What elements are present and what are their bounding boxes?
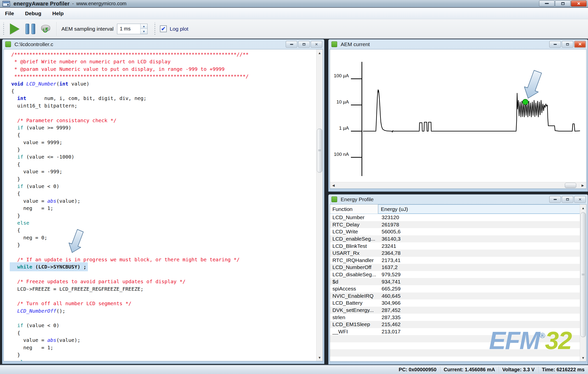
table-row[interactable]: strlen287,335 xyxy=(330,314,580,321)
table-row[interactable]: RTC_IRQHandler2173,41 xyxy=(330,257,580,264)
code-line[interactable] xyxy=(11,249,249,256)
code-line[interactable]: } xyxy=(11,176,249,183)
aem-window-titlebar[interactable]: AEM current ✕ xyxy=(328,39,588,49)
table-row[interactable]: LCD_Number323120 xyxy=(330,214,580,221)
code-line[interactable]: } xyxy=(11,212,249,219)
sampling-interval-spinner[interactable]: 1 ms ▲ ▼ xyxy=(117,24,147,34)
code-line[interactable]: * @param value Numeric value to put on d… xyxy=(11,66,249,73)
column-header-energy[interactable]: Energy (uJ) xyxy=(378,204,580,214)
code-line[interactable]: ****************************************… xyxy=(11,73,249,80)
code-line[interactable] xyxy=(11,109,249,117)
table-row[interactable]: RTC_Delay261978 xyxy=(330,221,580,228)
code-line[interactable]: * @brief Write number on numeric part on… xyxy=(11,58,249,65)
energy-profile-table[interactable]: Function Energy (uJ) LCD_Number323120RTC… xyxy=(330,204,580,361)
code-line[interactable]: } xyxy=(11,351,249,359)
code-vertical-scrollbar[interactable]: ▲ ▼ xyxy=(316,49,323,361)
code-scrollbar-thumb[interactable] xyxy=(317,129,322,173)
table-row[interactable]: NVIC_EnableIRQ460,645 xyxy=(330,292,580,300)
table-row[interactable]: DVK_setEnergy...287,452 xyxy=(330,307,580,314)
code-line[interactable]: value = abs(value); xyxy=(11,197,249,205)
code-line[interactable]: /***************************************… xyxy=(11,51,249,58)
code-line[interactable]: neg = 0; xyxy=(11,234,249,241)
code-line[interactable]: LCD_NumberOff(); xyxy=(11,307,249,315)
scroll-down-icon[interactable]: ▼ xyxy=(580,354,586,361)
aem-minimize-button[interactable] xyxy=(549,41,561,48)
code-line[interactable]: neg = 1; xyxy=(11,344,249,351)
table-row[interactable]: LCD_Write56005,6 xyxy=(330,228,580,235)
run-button[interactable] xyxy=(7,22,22,36)
code-minimize-button[interactable] xyxy=(286,41,297,48)
scroll-right-icon[interactable]: ▶ xyxy=(579,182,586,188)
code-line[interactable]: { xyxy=(11,88,249,95)
profile-vertical-scrollbar[interactable]: ▲ ▼ xyxy=(580,204,586,361)
code-line[interactable]: value = 9999; xyxy=(11,139,249,146)
table-row[interactable]: LCD_EM1Sleep215,462 xyxy=(330,321,580,328)
profile-scrollbar-thumb[interactable] xyxy=(581,212,586,337)
code-line[interactable]: if (value < 0) xyxy=(11,322,249,329)
code-line[interactable]: { xyxy=(11,190,249,197)
code-restore-button[interactable] xyxy=(298,41,310,48)
reset-button[interactable]: ↺ xyxy=(38,22,53,36)
aem-restore-button[interactable] xyxy=(562,41,573,48)
column-header-function[interactable]: Function xyxy=(330,204,378,214)
table-row[interactable]: LCD_BlinkTest23241 xyxy=(330,242,580,250)
profile-minimize-button[interactable] xyxy=(549,196,561,203)
table-row[interactable]: LCD_disableSeg...979,529 xyxy=(330,271,580,278)
scroll-up-icon[interactable]: ▲ xyxy=(580,204,586,211)
code-line[interactable] xyxy=(11,315,249,322)
profile-close-button[interactable]: ✕ xyxy=(574,196,586,203)
profile-restore-button[interactable] xyxy=(562,196,573,203)
table-row[interactable]: LCD_enableSeg...36140,3 xyxy=(330,235,580,243)
app-close-button[interactable]: ✕ xyxy=(571,0,587,6)
scroll-left-icon[interactable]: ◀ xyxy=(330,182,337,188)
code-line[interactable]: if (value <= -1000) xyxy=(11,153,249,161)
table-row[interactable]: $d934,741 xyxy=(330,278,580,285)
spinner-up-button[interactable]: ▲ xyxy=(141,24,147,29)
code-line[interactable]: else xyxy=(11,359,249,361)
code-editor[interactable]: /***************************************… xyxy=(4,49,316,361)
spinner-down-button[interactable]: ▼ xyxy=(141,29,147,34)
log-plot-checkbox[interactable]: ✔ xyxy=(160,25,167,32)
aem-scrollbar-thumb[interactable] xyxy=(565,183,576,188)
code-line-highlighted[interactable]: while (LCD->SYNCBUSY) ; xyxy=(11,263,249,271)
code-line[interactable]: int num, i, com, bit, digit, div, neg; xyxy=(11,95,249,102)
code-line[interactable]: { xyxy=(11,131,249,139)
code-line[interactable]: else xyxy=(11,219,249,227)
table-row[interactable]: LCD_NumberOff1637,2 xyxy=(330,264,580,271)
aem-close-button[interactable]: ✕ xyxy=(574,41,586,48)
code-line[interactable]: value = -999; xyxy=(11,168,249,175)
app-minimize-button[interactable] xyxy=(539,0,555,6)
app-restore-button[interactable] xyxy=(555,0,571,6)
code-line[interactable]: value = abs(value); xyxy=(11,337,249,344)
table-row[interactable]: USART_Rx2364,78 xyxy=(330,250,580,257)
code-line[interactable]: uint16_t bitpattern; xyxy=(11,102,249,109)
profile-window-titlebar[interactable]: Energy Profile ✕ xyxy=(328,194,588,204)
code-line[interactable]: /* Freeze updates to avoid partial updat… xyxy=(11,278,249,285)
code-close-button[interactable]: ✕ xyxy=(311,41,322,48)
code-line[interactable] xyxy=(11,271,249,278)
sampling-interval-value[interactable]: 1 ms xyxy=(117,24,140,34)
code-line[interactable]: { xyxy=(11,329,249,337)
code-line[interactable]: /* If an update is in progress we must b… xyxy=(11,256,249,263)
menu-debug[interactable]: Debug xyxy=(25,10,41,16)
table-row[interactable]: LCD_Battery304,966 xyxy=(330,299,580,307)
scroll-up-icon[interactable]: ▲ xyxy=(316,49,323,56)
pause-button[interactable] xyxy=(22,22,38,36)
code-line[interactable]: { xyxy=(11,227,249,234)
menu-file[interactable]: File xyxy=(5,10,14,16)
menu-help[interactable]: Help xyxy=(52,10,64,16)
cursor-marker-icon[interactable] xyxy=(523,99,528,105)
code-line[interactable]: if (value < 0) xyxy=(11,183,249,190)
code-line[interactable]: } xyxy=(11,241,249,249)
code-line[interactable]: if (value >= 9999) xyxy=(11,124,249,131)
aem-current-chart[interactable]: 100 µA10 µA1 µA100 nA xyxy=(330,49,586,182)
code-line[interactable]: /* Parameter consistancy check */ xyxy=(11,117,249,124)
table-row[interactable]: spiAccess665,259 xyxy=(330,285,580,292)
scroll-down-icon[interactable]: ▼ xyxy=(316,354,323,361)
code-line[interactable]: LCD->FREEZE = LCD_FREEZE_REGFREEZE_FREEZ… xyxy=(11,285,249,293)
aem-horizontal-scrollbar[interactable]: ◀ ▶ xyxy=(330,182,586,188)
code-line[interactable]: { xyxy=(11,161,249,168)
code-line[interactable]: } xyxy=(11,146,249,153)
code-line[interactable]: /* Turn off all number LCD segments */ xyxy=(11,300,249,307)
code-window-titlebar[interactable]: C:\lcdcontroller.c ✕ xyxy=(2,39,324,49)
